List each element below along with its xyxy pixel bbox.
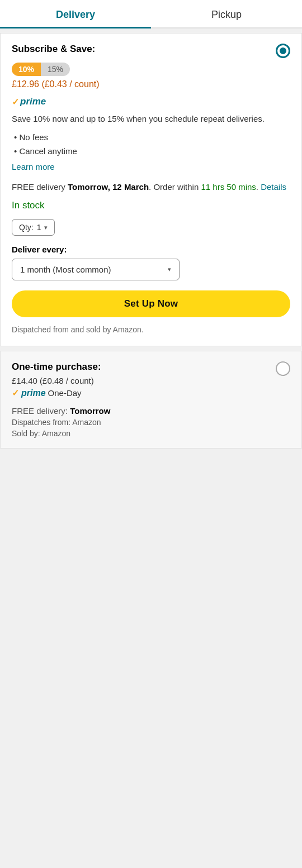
countdown: 11 hrs 50 mins [201,182,256,192]
deliver-every-label: Deliver every: [12,245,290,254]
otp-prime-checkmark: ✓ [12,388,19,398]
otp-delivery-title: FREE delivery: Tomorrow [12,406,290,416]
setup-now-button[interactable]: Set Up Now [12,290,290,317]
otp-sold-by: Sold by: Amazon [12,429,290,438]
save-description: Save 10% now and up to 15% when you sche… [12,113,290,126]
qty-section: Qty: 1 ▾ [12,219,290,236]
otp-prime-label: prime [21,388,46,398]
details-link[interactable]: Details [261,182,286,192]
subscribe-save-card: Subscribe & Save: 10% 15% £12.96 (£0.43 … [0,33,302,346]
card-title: Subscribe & Save: [12,44,95,55]
otp-prime-row: ✓ prime One-Day [12,388,101,398]
otp-delivery-date: Tomorrow [70,406,110,416]
in-stock-label: In stock [12,200,290,211]
otp-title-section: One-time purchase: £14.40 (£0.48 / count… [12,361,101,398]
frequency-dropdown[interactable]: 1 month (Most common) ▾ [12,259,180,280]
delivery-suffix: . [256,182,258,192]
subscribe-price: £12.96 (£0.43 / count) [12,79,290,89]
delivery-date: Tomorrow, 12 March [68,182,149,192]
bullet-list: • No fees • Cancel anytime [14,130,290,159]
price-value: £12.96 [12,79,39,89]
pill-15[interactable]: 15% [41,63,70,76]
tab-delivery-label: Delivery [56,9,95,20]
tab-pickup-label: Pickup [211,9,242,20]
prime-badge: ✓ prime [12,96,290,107]
otp-dispatches-from: Dispatches from: Amazon [12,418,290,427]
otp-delivery-label: FREE delivery: [12,406,70,416]
prime-checkmark: ✓ [12,97,19,107]
otp-price-per-unit: (£0.48 / count) [40,376,94,385]
frequency-value: 1 month (Most common) [20,265,111,274]
otp-radio[interactable] [276,361,290,376]
page-container: Delivery Pickup Subscribe & Save: 10% 15… [0,0,302,449]
tab-pickup[interactable]: Pickup [151,0,302,27]
bullet-2: • Cancel anytime [14,144,290,159]
prime-label: prime [20,96,46,107]
discount-pills: 10% 15% [12,63,290,76]
frequency-chevron-icon: ▾ [168,266,171,273]
delivery-middle: . Order within [149,182,201,192]
qty-value: 1 [37,223,41,232]
otp-price-value: £14.40 [12,376,37,385]
bullet-1: • No fees [14,130,290,145]
tab-delivery[interactable]: Delivery [0,0,151,27]
qty-dropdown[interactable]: Qty: 1 ▾ [12,219,55,236]
card-header: Subscribe & Save: [12,44,290,58]
price-per-unit: (£0.43 / count) [41,79,99,89]
qty-label: Qty: [19,223,34,232]
tab-bar: Delivery Pickup [0,0,302,28]
card-title-section: Subscribe & Save: [12,44,95,55]
otp-card: One-time purchase: £14.40 (£0.48 / count… [0,351,302,449]
subscribe-radio[interactable] [276,44,290,58]
delivery-prefix: FREE delivery [12,182,68,192]
otp-title: One-time purchase: [12,361,101,373]
delivery-info: FREE delivery Tomorrow, 12 March. Order … [12,181,290,194]
dispatched-text: Dispatched from and sold by Amazon. [12,324,290,336]
otp-one-day: One-Day [48,388,82,398]
pill-10[interactable]: 10% [12,63,41,76]
learn-more-link[interactable]: Learn more [12,162,55,171]
qty-chevron-icon: ▾ [44,224,48,231]
otp-price: £14.40 (£0.48 / count) [12,376,101,385]
otp-header: One-time purchase: £14.40 (£0.48 / count… [12,361,290,398]
